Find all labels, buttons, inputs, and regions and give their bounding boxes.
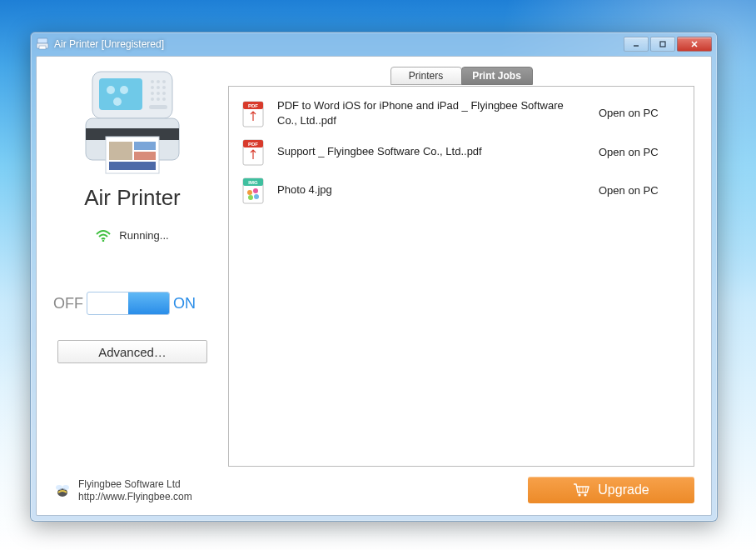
status-row: Running... [96, 229, 168, 242]
svg-rect-4 [660, 42, 665, 47]
svg-rect-0 [37, 38, 47, 43]
svg-point-9 [107, 86, 115, 94]
job-action-link[interactable]: Open on PC [599, 146, 682, 158]
toggle-on-label: ON [173, 295, 196, 312]
svg-point-14 [162, 80, 166, 83]
client-area: Air Printer Running... OFF ON [36, 56, 712, 516]
svg-point-13 [157, 80, 160, 83]
printer-icon [74, 67, 191, 183]
svg-point-18 [151, 92, 154, 95]
svg-rect-2 [39, 46, 46, 49]
tabbar: Printers Print Jobs [228, 67, 694, 87]
svg-point-23 [162, 98, 166, 101]
svg-point-22 [157, 98, 160, 101]
pdf-file-icon: PDF [241, 99, 266, 128]
upgrade-label: Upgrade [598, 482, 649, 498]
svg-point-19 [157, 92, 160, 95]
image-file-icon: IMG [241, 176, 266, 204]
svg-point-46 [579, 493, 581, 496]
app-window: Air Printer [Unregistered] [30, 32, 718, 522]
app-icon [36, 38, 49, 51]
tab-print-jobs[interactable]: Print Jobs [461, 67, 533, 85]
upgrade-button[interactable]: Upgrade [528, 477, 694, 503]
svg-point-21 [151, 98, 154, 101]
svg-point-42 [247, 190, 252, 195]
svg-rect-24 [149, 105, 167, 109]
close-button[interactable] [677, 37, 712, 52]
app-name: Air Printer [84, 185, 181, 211]
window-title: Air Printer [Unregistered] [54, 38, 164, 50]
wifi-icon [96, 230, 111, 242]
titlebar[interactable]: Air Printer [Unregistered] [31, 32, 717, 56]
svg-text:PDF: PDF [248, 142, 258, 147]
print-jobs-list: PDF PDF to Word iOS for iPhone and iPad … [228, 86, 694, 467]
footer: Flyingbee Software Ltd http://www.Flying… [53, 478, 192, 503]
svg-rect-8 [99, 78, 142, 110]
svg-point-45 [248, 195, 253, 200]
job-row[interactable]: PDF Support _ Flyingbee Software Co., Lt… [241, 132, 682, 171]
advanced-button[interactable]: Advanced… [57, 340, 207, 363]
job-filename: Support _ Flyingbee Software Co., Ltd..p… [277, 144, 587, 159]
svg-rect-29 [134, 142, 156, 150]
cart-icon [573, 482, 589, 498]
svg-point-20 [162, 92, 166, 95]
footer-company: Flyingbee Software Ltd [78, 478, 192, 491]
svg-point-43 [253, 188, 258, 193]
maximize-button[interactable] [650, 37, 675, 52]
svg-text:PDF: PDF [248, 103, 258, 108]
svg-point-15 [151, 86, 154, 89]
svg-point-32 [102, 239, 105, 241]
svg-point-17 [162, 86, 166, 89]
svg-point-52 [56, 485, 62, 490]
status-label: Running... [119, 229, 168, 242]
svg-point-12 [151, 80, 154, 83]
svg-point-53 [62, 485, 69, 490]
svg-point-16 [157, 86, 160, 89]
bee-icon [53, 482, 72, 500]
sidebar: Air Printer Running... OFF ON [53, 67, 211, 503]
power-toggle-row: OFF ON [53, 292, 211, 315]
svg-rect-30 [134, 152, 156, 160]
job-row[interactable]: PDF PDF to Word iOS for iPhone and iPad … [241, 93, 682, 132]
svg-point-47 [584, 493, 587, 496]
job-filename: Photo 4.jpg [277, 182, 587, 198]
job-filename: PDF to Word iOS for iPhone and iPad _ Fl… [277, 98, 587, 128]
svg-point-11 [113, 98, 122, 106]
tab-printers[interactable]: Printers [390, 67, 462, 85]
job-action-link[interactable]: Open on PC [599, 184, 682, 197]
job-action-link[interactable]: Open on PC [599, 107, 682, 119]
svg-point-44 [254, 194, 259, 199]
caption-buttons [622, 37, 712, 52]
svg-point-10 [120, 86, 128, 94]
minimize-button[interactable] [624, 37, 649, 52]
footer-url[interactable]: http://www.Flyingbee.com [78, 491, 192, 503]
svg-rect-31 [109, 162, 156, 170]
main-panel: Printers Print Jobs PDF PDF to Word iOS … [228, 67, 694, 503]
power-toggle[interactable] [87, 292, 170, 315]
pdf-file-icon: PDF [241, 138, 266, 166]
job-row[interactable]: IMG Photo 4.jpg Open on PC [241, 171, 682, 209]
toggle-off-label: OFF [53, 295, 83, 312]
svg-line-50 [585, 487, 586, 492]
svg-rect-28 [109, 142, 132, 160]
svg-text:IMG: IMG [248, 180, 258, 185]
